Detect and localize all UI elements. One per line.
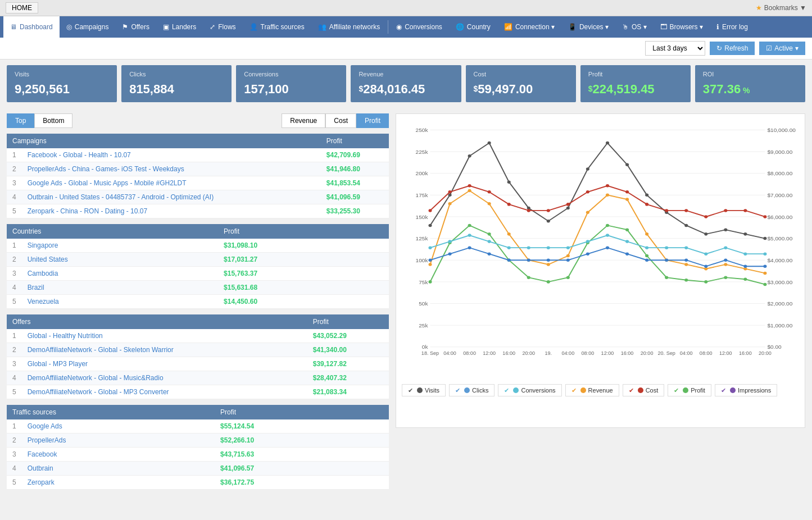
countries-table: Countries Profit 1 Singapore $31,098.10 … [7,224,389,309]
table-row: 1 Singapore $31,098.10 [7,239,389,253]
nav-offers[interactable]: ⚑ Offers [115,16,156,38]
filter-revenue[interactable]: Revenue [282,113,325,128]
legend-item[interactable]: ✔Revenue [565,384,619,396]
svg-point-57 [547,220,550,223]
active-checkbox-icon: ☑ [766,44,772,52]
chart-legend: ✔Visits✔Clicks✔Conversions✔Revenue✔Cost✔… [402,384,799,396]
nav-traffic-sources[interactable]: 👤 Traffic sources [243,16,311,38]
svg-point-144 [488,240,491,243]
nav-landers[interactable]: ▣ Landers [156,16,203,38]
row-num: 1 [7,329,22,343]
svg-point-112 [566,203,570,206]
nav-dashboard[interactable]: 🖥 Dashboard [3,16,60,38]
nav-os[interactable]: 🖱 OS ▾ [615,16,654,38]
nav-conversions[interactable]: ◉ Conversions [389,16,449,38]
bookmarks-link[interactable]: ★ Bookmarks ▼ [756,4,806,12]
stat-conversions-label: Conversions [244,71,338,77]
svg-point-114 [606,184,609,188]
nav-flows[interactable]: ⤢ Flows [203,16,242,38]
svg-text:$10,000.00: $10,000.00 [767,127,796,133]
row-name[interactable]: Google Ads - Global - Music Apps - Mobil… [22,176,321,190]
row-name[interactable]: Facebook - Global - Health - 10.07 [22,148,321,162]
svg-point-127 [507,258,511,262]
row-name[interactable]: PropellerAds [22,434,215,448]
nav-devices[interactable]: 📱 Devices ▾ [561,16,615,38]
legend-color-dot [683,387,688,393]
svg-point-108 [488,190,491,194]
table-row: 3 Facebook $43,715.63 [7,448,389,462]
legend-item[interactable]: ✔Profit [668,384,711,396]
row-name[interactable]: Venezuela [22,295,218,309]
row-name[interactable]: Brazil [22,281,218,295]
row-name[interactable]: Global - Healthy Nutrition [22,329,307,343]
row-name[interactable]: Global - MP3 Player [22,357,307,371]
refresh-button[interactable]: ↻ Refresh [710,42,755,55]
svg-point-124 [448,252,452,256]
svg-point-96 [606,224,609,227]
svg-point-73 [507,232,511,236]
nav-connection[interactable]: 📶 Connection ▾ [497,16,561,38]
row-name[interactable]: Zeropark [22,476,215,490]
stat-roi: ROI 377.36 % [695,65,805,102]
stat-cost: Cost $59,497.00 [466,65,576,102]
legend-item[interactable]: ✔Visits [402,384,446,396]
table-row: 3 Google Ads - Global - Music Apps - Mob… [7,176,389,190]
tab-bottom[interactable]: Bottom [34,113,72,128]
nav-browsers[interactable]: 🗔 Browsers ▾ [654,16,710,38]
row-name[interactable]: DemoAffiliateNetwork - Global - Music&Ra… [22,371,307,385]
row-profit: $28,407.32 [307,371,389,385]
row-name[interactable]: Singapore [22,239,218,253]
svg-point-138 [724,258,727,262]
row-name[interactable]: Cambodia [22,267,218,281]
stat-profit: Profit $224,519.45 [580,65,691,102]
row-profit: $52,266.10 [215,434,389,448]
tab-top[interactable]: Top [7,113,34,128]
legend-item[interactable]: ✔Clicks [449,384,495,396]
row-name[interactable]: PropellerAds - China - Games- iOS Test -… [22,162,321,176]
table-row: 4 Outbrain - United States - 04485737 - … [7,190,389,204]
stat-clicks-value: 815,884 [129,82,224,97]
row-name[interactable]: Facebook [22,448,215,462]
row-name[interactable]: United States [22,253,218,267]
row-name[interactable]: Outbrain [22,462,215,476]
stat-cost-label: Cost [474,71,568,77]
svg-text:08:00: 08:00 [700,350,713,356]
nav-affiliate-networks[interactable]: 👥 Affiliate networks [311,16,387,38]
row-profit: $55,124.54 [215,419,389,434]
home-button[interactable]: HOME [6,2,38,13]
svg-text:16:00: 16:00 [739,350,752,356]
chart-container: 250k$10,000.00225k$9,000.00200k$8,000.00… [396,113,805,428]
row-name[interactable]: DemoAffiliateNetwork - Global - Skeleton… [22,343,307,357]
legend-item[interactable]: ✔Conversions [498,384,561,396]
row-name[interactable]: DemoAffiliateNetwork - Global - MP3 Conv… [22,385,307,399]
offers-header: Offers [7,314,307,329]
row-profit: $43,052.29 [307,329,389,343]
row-num: 1 [7,419,22,434]
svg-point-148 [566,246,570,249]
svg-point-80 [645,232,648,236]
nav-country[interactable]: 🌐 Country [449,16,497,38]
row-name[interactable]: Zeropark - China - RON - Dating - 10.07 [22,204,321,218]
row-name[interactable]: Outbrain - United States - 04485737 - An… [22,190,321,204]
svg-point-93 [547,280,550,284]
svg-text:$3,000.00: $3,000.00 [767,279,792,285]
svg-point-51 [428,224,432,227]
row-profit: $42,709.69 [321,148,389,162]
legend-item[interactable]: ✔Impressions [715,384,777,396]
active-button[interactable]: ☑ Active ▾ [759,42,805,55]
row-name[interactable]: Google Ads [22,419,215,434]
svg-text:$7,000.00: $7,000.00 [767,192,792,198]
row-num: 4 [7,371,22,385]
nav-errorlog[interactable]: ℹ Error log [710,16,755,38]
svg-point-100 [684,279,688,282]
table-row: 4 DemoAffiliateNetwork - Global - Music&… [7,371,389,385]
date-range-select[interactable]: Last 3 days Last 7 days Last 30 days [645,41,705,56]
filter-profit[interactable]: Profit [356,113,389,128]
svg-point-87 [428,280,432,284]
row-profit: $15,631.68 [218,281,389,295]
svg-text:20:00: 20:00 [641,350,654,356]
legend-label: Profit [691,387,705,394]
filter-cost[interactable]: Cost [325,113,356,128]
legend-item[interactable]: ✔Cost [623,384,665,396]
nav-campaigns[interactable]: ◎ Campaigns [60,16,116,38]
